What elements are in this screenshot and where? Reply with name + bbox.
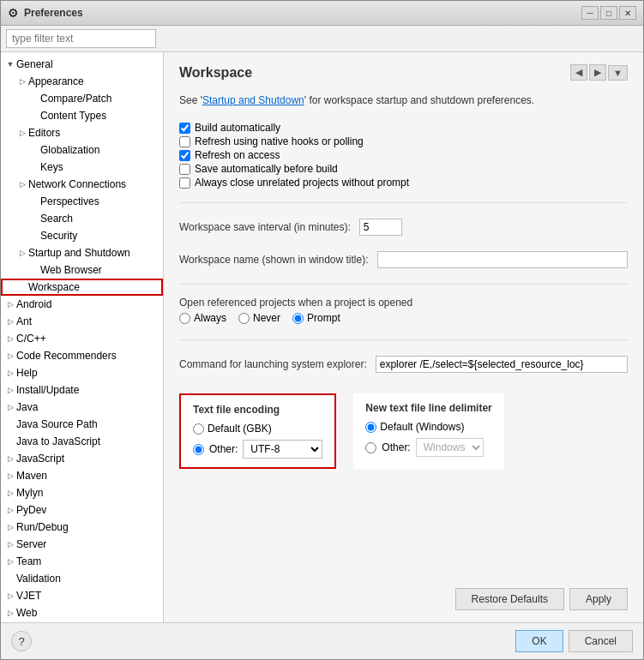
radio-always[interactable] [179, 313, 190, 324]
sidebar-item-web-browser[interactable]: Web Browser [1, 261, 163, 279]
sidebar-item-general[interactable]: ▼ General [1, 56, 163, 73]
sidebar-label-ant: Ant [16, 315, 32, 327]
save-auto-label: Save automatically before build [195, 163, 338, 175]
panel-description: See 'Startup and Shutdown' for workspace… [179, 94, 628, 106]
expander-run-debug: ▷ [4, 521, 16, 533]
sidebar-label-mylyn: Mylyn [16, 487, 43, 499]
expander-java: ▷ [4, 401, 16, 413]
nav-forward-button[interactable]: ▶ [589, 64, 606, 81]
radio-default-gbk[interactable] [193, 423, 204, 435]
nav-dropdown-button[interactable]: ▼ [608, 65, 628, 81]
separator-2 [179, 284, 628, 285]
ok-button[interactable]: OK [515, 630, 563, 652]
minimize-button[interactable]: ─ [581, 6, 599, 20]
expander-security [28, 230, 40, 242]
radio-never[interactable] [238, 313, 250, 324]
sidebar-item-java-to-javascript[interactable]: Java to JavaScript [1, 433, 163, 450]
radio-row-never: Never [238, 312, 280, 324]
restore-defaults-button[interactable]: Restore Defaults [455, 588, 564, 610]
sidebar-item-java-source-path[interactable]: Java Source Path [1, 416, 163, 433]
sidebar-item-workspace[interactable]: Workspace [1, 279, 163, 296]
sidebar-label-java-source-path: Java Source Path [16, 418, 98, 430]
nav-back-button[interactable]: ◀ [570, 64, 587, 81]
sidebar-item-cpp[interactable]: ▷ C/C++ [1, 330, 163, 347]
checkbox-row-close-unrelated: Always close unrelated projects without … [179, 177, 628, 189]
expander-vjet: ▷ [4, 590, 16, 602]
radio-other-enc[interactable] [193, 444, 204, 455]
sidebar-item-startup-shutdown[interactable]: ▷ Startup and Shutdown [1, 244, 163, 261]
sidebar-label-web: Web [16, 607, 37, 619]
filter-input[interactable] [6, 29, 156, 48]
apply-button[interactable]: Apply [569, 588, 628, 610]
sidebar-item-android[interactable]: ▷ Android [1, 296, 163, 313]
close-button[interactable]: ✕ [619, 6, 636, 20]
sidebar-label-startup-shutdown: Startup and Shutdown [28, 247, 130, 259]
workspace-name-input[interactable] [377, 251, 628, 268]
sidebar-item-code-recommenders[interactable]: ▷ Code Recommenders [1, 347, 163, 364]
sidebar-label-maven: Maven [16, 470, 47, 482]
open-referenced-radio-group: Always Never Prompt [179, 312, 628, 324]
expander-content-types [28, 110, 40, 122]
sidebar-item-keys[interactable]: Keys [1, 159, 163, 176]
refresh-access-checkbox[interactable] [179, 150, 190, 161]
close-unrelated-checkbox[interactable] [179, 177, 190, 189]
sidebar-label-compare-patch: Compare/Patch [40, 93, 111, 105]
sidebar-item-content-types[interactable]: Content Types [1, 107, 163, 124]
sidebar-label-run-debug: Run/Debug [16, 521, 69, 533]
expander-validation [4, 573, 16, 585]
radio-default-windows[interactable] [365, 422, 376, 433]
checkbox-row-save-auto: Save automatically before build [179, 163, 628, 175]
build-auto-checkbox[interactable] [179, 123, 190, 134]
radio-other-delim[interactable] [365, 442, 376, 453]
sidebar-label-code-recommenders: Code Recommenders [16, 350, 117, 362]
refresh-native-checkbox[interactable] [179, 136, 190, 147]
line-delimiter-box: New text file line delimiter Default (Wi… [353, 393, 503, 469]
desc-prefix: See ' [179, 94, 202, 106]
sidebar-item-install-update[interactable]: ▷ Install/Update [1, 381, 163, 399]
panel-header: Workspace ◀ ▶ ▼ [179, 64, 628, 81]
command-input[interactable] [376, 356, 628, 373]
sidebar-label-cpp: C/C++ [16, 333, 46, 345]
sidebar-item-search[interactable]: Search [1, 210, 163, 227]
sidebar-item-java[interactable]: ▷ Java [1, 399, 163, 416]
expander-server: ▷ [4, 538, 16, 550]
sidebar-label-security: Security [40, 230, 77, 242]
help-button[interactable]: ? [11, 631, 32, 651]
sidebar-item-globalization[interactable]: Globalization [1, 141, 163, 159]
sidebar-item-pydev[interactable]: ▷ PyDev [1, 501, 163, 519]
sidebar-item-help[interactable]: ▷ Help [1, 364, 163, 381]
open-referenced-section: Open referenced projects when a project … [179, 297, 628, 327]
expander-search [28, 213, 40, 225]
save-auto-checkbox[interactable] [179, 164, 190, 175]
sidebar-item-javascript[interactable]: ▷ JavaScript [1, 450, 163, 467]
sidebar-item-security[interactable]: Security [1, 227, 163, 244]
sidebar-item-team[interactable]: ▷ Team [1, 553, 163, 570]
preferences-dialog: ⚙ Preferences ─ □ ✕ ▼ General ▷ [0, 0, 644, 660]
sidebar-item-run-debug[interactable]: ▷ Run/Debug [1, 519, 163, 536]
startup-shutdown-link[interactable]: Startup and Shutdown [202, 94, 304, 106]
sidebar-item-appearance[interactable]: ▷ Appearance [1, 73, 163, 90]
line-delimiter-select[interactable]: Windows Unix Mac [416, 438, 484, 457]
sidebar-item-vjet[interactable]: ▷ VJET [1, 587, 163, 604]
dialog-title: Preferences [24, 7, 83, 19]
sidebar-item-ant[interactable]: ▷ Ant [1, 313, 163, 330]
sidebar-item-compare-patch[interactable]: Compare/Patch [1, 90, 163, 107]
save-interval-input[interactable] [359, 219, 402, 236]
maximize-button[interactable]: □ [600, 6, 617, 20]
radio-prompt[interactable] [292, 313, 304, 324]
sidebar-item-maven[interactable]: ▷ Maven [1, 467, 163, 484]
sidebar-item-editors[interactable]: ▷ Editors [1, 124, 163, 141]
encoding-select[interactable]: UTF-8 UTF-16 ISO-8859-1 US-ASCII [243, 440, 322, 459]
sidebar-label-vjet: VJET [16, 590, 41, 602]
main-content: ▼ General ▷ Appearance Compare/Patch [1, 52, 643, 622]
sidebar-item-validation[interactable]: Validation [1, 570, 163, 587]
cancel-button[interactable]: Cancel [569, 630, 633, 652]
sidebar-item-network-connections[interactable]: ▷ Network Connections [1, 176, 163, 193]
sidebar-label-help: Help [16, 367, 38, 379]
sidebar-item-web[interactable]: ▷ Web [1, 604, 163, 621]
workspace-name-row: Workspace name (shown in window title): [179, 251, 628, 268]
sidebar-item-perspectives[interactable]: Perspectives [1, 193, 163, 210]
panel-action-buttons: Restore Defaults Apply [179, 588, 628, 610]
sidebar-item-mylyn[interactable]: ▷ Mylyn [1, 484, 163, 501]
sidebar-item-server[interactable]: ▷ Server [1, 536, 163, 553]
